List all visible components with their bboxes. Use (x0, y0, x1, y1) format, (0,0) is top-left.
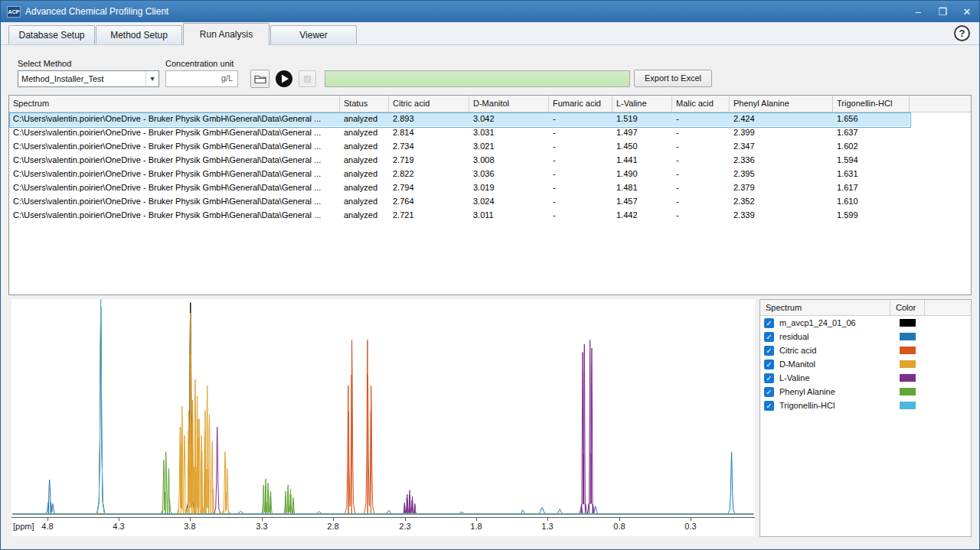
legend-row[interactable]: ✓L-Valine (760, 371, 971, 385)
color-swatch[interactable] (900, 319, 916, 327)
close-button[interactable]: ✕ (961, 6, 973, 18)
table-cell: 2.424 (730, 112, 833, 126)
stop-icon (304, 76, 311, 83)
minimize-button[interactable]: – (912, 6, 924, 18)
table-cell: 2.339 (730, 209, 833, 223)
legend-label: m_avcp1_24_01_06 (779, 318, 890, 327)
tab-run-analysis[interactable]: Run Analysis (183, 23, 270, 45)
x-tick-label: 4.8 (41, 522, 53, 531)
legend-label: residual (779, 332, 890, 341)
legend-color-column-header[interactable]: Color (890, 300, 925, 315)
column-header[interactable]: D-Manitol (469, 96, 549, 112)
table-row[interactable]: C:\Users\valentin.poirier\OneDrive - Bru… (9, 154, 971, 168)
legend-row[interactable]: ✓Phenyl Alanine (760, 385, 971, 399)
color-swatch[interactable] (900, 374, 916, 382)
tab-database-setup[interactable]: Database Setup (8, 25, 95, 44)
stop-button[interactable] (299, 70, 316, 87)
table-row[interactable]: C:\Users\valentin.poirier\OneDrive - Bru… (9, 195, 971, 209)
table-row[interactable]: C:\Users\valentin.poirier\OneDrive - Bru… (9, 126, 971, 140)
table-cell: 3.008 (469, 154, 549, 168)
method-select[interactable]: Method_Installer_Test ▾ (18, 70, 159, 87)
table-cell: C:\Users\valentin.poirier\OneDrive - Bru… (9, 168, 340, 181)
x-tick-mark (262, 518, 263, 521)
table-cell: 2.336 (730, 154, 833, 168)
table-cell: 2.352 (730, 195, 833, 209)
color-swatch[interactable] (900, 333, 916, 340)
legend-label: D-Manitol (779, 360, 890, 369)
table-cell: - (549, 195, 612, 209)
series-d-manitol (13, 313, 754, 514)
open-folder-button[interactable] (250, 70, 270, 88)
table-cell: 1.637 (833, 126, 910, 140)
column-header[interactable]: Spectrum (9, 96, 340, 112)
legend-row[interactable]: ✓Trigonellin-HCl (760, 399, 971, 412)
legend-panel: Spectrum Color ✓m_avcp1_24_01_06✓residua… (760, 299, 972, 537)
window-title: Advanced Chemical Profiling Client (25, 6, 168, 17)
table-cell: - (549, 154, 612, 168)
table-cell: C:\Users\valentin.poirier\OneDrive - Bru… (9, 181, 340, 195)
export-to-excel-button[interactable]: Export to Excel (634, 70, 712, 87)
maximize-button[interactable]: ❐ (936, 6, 949, 18)
spectrum-plot[interactable] (11, 299, 755, 518)
table-row[interactable]: C:\Users\valentin.poirier\OneDrive - Bru… (9, 112, 971, 126)
checkbox-checked-icon[interactable]: ✓ (764, 360, 774, 369)
toolbar: Select Method Concentration unit Method_… (1, 45, 979, 95)
table-cell: - (549, 112, 612, 126)
table-cell: 1.617 (833, 181, 910, 195)
legend-rows: ✓m_avcp1_24_01_06✓residual✓Citric acid✓D… (760, 316, 971, 412)
checkbox-checked-icon[interactable]: ✓ (764, 401, 774, 411)
column-header[interactable]: Trigonellin-HCl (833, 96, 910, 112)
help-button[interactable]: ? (954, 25, 970, 41)
legend-header: Spectrum Color (760, 300, 971, 316)
color-swatch[interactable] (900, 402, 916, 409)
color-swatch[interactable] (900, 347, 916, 354)
x-tick-label: 2.8 (327, 522, 338, 531)
table-cell: 1.599 (833, 209, 910, 223)
tab-viewer[interactable]: Viewer (270, 25, 357, 44)
table-cell: 2.734 (389, 140, 469, 154)
checkbox-checked-icon[interactable]: ✓ (764, 332, 774, 342)
table-row[interactable]: C:\Users\valentin.poirier\OneDrive - Bru… (9, 181, 971, 195)
checkbox-checked-icon[interactable]: ✓ (764, 346, 774, 356)
color-swatch[interactable] (900, 388, 916, 395)
checkbox-checked-icon[interactable]: ✓ (764, 318, 774, 328)
x-tick-mark (119, 518, 119, 521)
column-header[interactable]: Citric acid (389, 96, 469, 112)
table-cell: 1.450 (612, 140, 672, 154)
table-cell (910, 168, 971, 181)
column-header[interactable]: Status (340, 96, 389, 112)
concentration-unit-input[interactable]: g/L (165, 70, 238, 87)
checkbox-checked-icon[interactable]: ✓ (764, 373, 774, 383)
table-cell: 2.794 (389, 181, 469, 195)
table-cell: analyzed (340, 209, 389, 223)
table-cell: 1.490 (612, 168, 672, 181)
table-cell: C:\Users\valentin.poirier\OneDrive - Bru… (9, 112, 340, 126)
table-cell: 1.594 (833, 154, 910, 168)
column-header[interactable]: L-Valine (612, 96, 672, 112)
checkbox-checked-icon[interactable]: ✓ (764, 387, 774, 397)
legend-row[interactable]: ✓residual (760, 330, 971, 343)
run-analysis-button[interactable] (274, 70, 293, 88)
table-row[interactable]: C:\Users\valentin.poirier\OneDrive - Bru… (9, 168, 971, 181)
color-swatch[interactable] (900, 360, 916, 368)
legend-label: Phenyl Alanine (779, 387, 890, 396)
column-header[interactable]: Malic acid (672, 96, 730, 112)
legend-spectrum-column-header[interactable]: Spectrum (760, 300, 890, 315)
table-cell: 1.497 (612, 126, 672, 140)
tab-method-setup[interactable]: Method Setup (96, 25, 182, 44)
x-tick-label: 0.3 (684, 522, 696, 531)
x-tick-label: 1.3 (541, 522, 553, 531)
x-axis-unit-label: [ppm] (13, 522, 34, 531)
column-header[interactable]: Phenyl Alanine (730, 96, 833, 112)
table-cell (910, 154, 971, 168)
table-cell: 2.893 (389, 112, 469, 126)
column-header[interactable]: Fumaric acid (549, 96, 612, 112)
legend-row[interactable]: ✓Citric acid (760, 343, 971, 357)
table-row[interactable]: C:\Users\valentin.poirier\OneDrive - Bru… (9, 209, 971, 223)
legend-row[interactable]: ✓m_avcp1_24_01_06 (760, 316, 971, 330)
chevron-down-icon[interactable]: ▾ (145, 71, 158, 86)
table-row[interactable]: C:\Users\valentin.poirier\OneDrive - Bru… (9, 140, 971, 154)
play-icon (275, 70, 293, 88)
legend-row[interactable]: ✓D-Manitol (760, 357, 971, 371)
table-cell: 1.602 (833, 140, 910, 154)
